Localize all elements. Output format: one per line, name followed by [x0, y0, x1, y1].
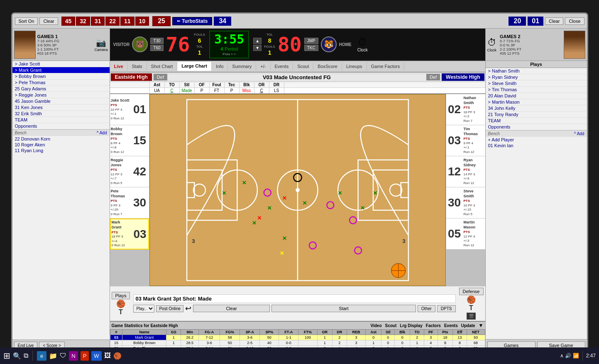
right-score-01: 01: [528, 17, 543, 26]
player-pele-thomas[interactable]: > Pele Thomas: [12, 80, 110, 86]
stat-values-row: UA C Made P FT P Miss C LS: [110, 88, 485, 94]
turbostats-button[interactable]: ⇐ TurboStats: [172, 17, 212, 25]
right-player-alan-david[interactable]: 20 Alan David: [486, 93, 587, 99]
player-team-east[interactable]: TEAM: [12, 117, 110, 123]
dpts-button[interactable]: DPTS: [437, 305, 456, 312]
right-player-john-kelly[interactable]: 34 John Kelly: [486, 105, 587, 112]
games1-stats1: 7-16 44% FG: [37, 39, 60, 43]
player-reggie-jones[interactable]: > Reggie Jones: [12, 92, 110, 98]
stats-row-03: 03 Mark Grant 1 26.2 7-12 58 3-6 50 1-1: [110, 335, 485, 340]
clock-button[interactable]: ⏱ Clock: [357, 37, 368, 52]
shield-taskbar-button[interactable]: 🛡: [60, 352, 66, 359]
player-opponents-east[interactable]: Opponents: [12, 123, 110, 129]
photos-taskbar-button[interactable]: 🖼: [104, 352, 111, 359]
player-ken-jones[interactable]: 31 Ken Jones: [12, 104, 110, 111]
edge-taskbar-button[interactable]: e: [37, 351, 46, 361]
tab-game-factors[interactable]: Game Factors: [367, 62, 405, 70]
tab-scout[interactable]: Scout: [293, 62, 313, 70]
right-player-martin-mason[interactable]: > Martin Mason: [486, 99, 587, 105]
ppt-taskbar-button[interactable]: P: [81, 351, 89, 361]
scroll-down-icon[interactable]: ▼: [479, 323, 484, 328]
visitor-label: VISITOR: [113, 42, 130, 47]
player-erik-smith[interactable]: 32 Erik Smith: [12, 111, 110, 117]
east-team-label: Eastside High: [111, 73, 152, 81]
home-logo[interactable]: 🐯: [321, 36, 337, 52]
player-gary-adams[interactable]: 25 Gary Adams: [12, 86, 110, 92]
plays-east-button[interactable]: Plays: [112, 292, 130, 299]
home-score-toolbar: 34: [214, 17, 231, 26]
add-bench-east[interactable]: ^ Add: [97, 131, 107, 135]
play-log-center: 03 Mark Grant 3pt Shot: Made Play.. Post…: [133, 294, 455, 313]
tab-live[interactable]: Live: [110, 62, 128, 70]
video-label: Video: [370, 323, 381, 328]
right-player-opponents-west[interactable]: Opponents: [486, 124, 587, 130]
tab-stats[interactable]: Stats: [128, 62, 147, 70]
player-mark-grant-selected[interactable]: > Mark Grant: [12, 67, 110, 73]
play-buttons: Play.. Post Online ↩ Clear Start Other D…: [133, 304, 455, 313]
undo-icon[interactable]: ↩: [185, 304, 191, 313]
clear1-button[interactable]: Clear: [39, 17, 58, 25]
player-jake-scott[interactable]: > Jake Scott: [12, 61, 110, 67]
period-down-button[interactable]: ▼: [253, 45, 262, 51]
jmp-button[interactable]: JMP: [304, 38, 318, 44]
player-bobby-brown[interactable]: > Bobby Brown: [12, 73, 110, 80]
onenote-taskbar-button[interactable]: N: [69, 351, 78, 361]
player-roger-aken[interactable]: 10 Roger Aken: [12, 142, 110, 148]
tab-events[interactable]: Events: [271, 62, 293, 70]
player-jason-gamble[interactable]: 45 Jason Gamble: [12, 98, 110, 104]
camera-button[interactable]: 📷 Camera: [94, 38, 108, 52]
tkc-button[interactable]: TKC: [304, 45, 318, 51]
visitor-logo[interactable]: 🐻: [132, 36, 148, 52]
basketball-taskbar-button[interactable]: 🏀: [113, 352, 122, 360]
folder-taskbar-button[interactable]: 📁: [49, 352, 57, 360]
tab-info[interactable]: Info: [212, 62, 228, 70]
defense-button[interactable]: Defense: [459, 288, 484, 295]
def-badge-east: Def: [154, 74, 167, 80]
right-player-team-west[interactable]: TEAM: [486, 118, 587, 124]
other-button[interactable]: Other: [418, 305, 435, 312]
stat-val-ft: FT: [210, 88, 225, 93]
windows-start-button[interactable]: ⊞: [3, 351, 10, 361]
player-donovan-korn[interactable]: 22 Donovan Korn: [12, 136, 110, 142]
post-online-button[interactable]: Post Online: [156, 305, 183, 312]
period-up-button[interactable]: ▲: [253, 38, 262, 44]
right-kevin-ian[interactable]: 01 Kevin Ian: [486, 143, 587, 148]
play-dropdown[interactable]: Play..: [133, 305, 154, 313]
right-player-ryan-sidney[interactable]: > Ryan Sidney: [486, 74, 587, 80]
clock-button-right[interactable]: ⏱ Clock: [487, 37, 497, 52]
clear2-button[interactable]: Clear: [545, 17, 563, 25]
tab-plusminus[interactable]: +/-: [256, 62, 270, 70]
film-button[interactable]: 🎬: [467, 313, 476, 320]
search-taskbar-button[interactable]: 🔍: [13, 352, 21, 360]
task-view-button[interactable]: ⧉: [24, 352, 28, 359]
right-player-nathan-smith[interactable]: > Nathan Smith: [486, 68, 587, 74]
stat-header-stl: Stl: [180, 82, 195, 87]
tab-shot-chart[interactable]: Shot Chart: [147, 62, 178, 70]
t60-button[interactable]: T60: [150, 45, 163, 51]
west-players-column: 02 Nathan Smith PTS 18 PF 3 +/-2 Run 7: [446, 94, 485, 286]
update-label: Update: [461, 323, 475, 328]
right-player-steve-smith[interactable]: > Steve Smith: [486, 80, 587, 87]
stat-val-p: P: [195, 88, 210, 93]
sort-on-button[interactable]: Sort On: [15, 17, 38, 25]
svg-text:×: ×: [282, 194, 286, 202]
t30-button[interactable]: T30: [150, 38, 163, 44]
tab-summary[interactable]: Summary: [228, 62, 256, 70]
word-taskbar-button[interactable]: W: [91, 351, 101, 361]
start-button[interactable]: Start: [271, 305, 416, 312]
right-player-tim-thomas[interactable]: > Tim Thomas: [486, 87, 587, 93]
score-45: 45: [61, 17, 76, 26]
period-label: Period: [225, 46, 238, 51]
clear-play-button[interactable]: Clear: [193, 305, 270, 312]
right-add-player[interactable]: + Add Player: [486, 137, 587, 143]
add-bench-west[interactable]: ^ Add: [574, 131, 584, 136]
tab-lineups[interactable]: Lineups: [342, 62, 367, 70]
plays-button-east: Plays 🏀 T: [112, 292, 130, 316]
right-player-tony-randy[interactable]: 21 Tony Randy: [486, 112, 587, 118]
player-ryan-long[interactable]: 11 Ryan Long: [12, 148, 110, 153]
tab-boxscore[interactable]: BoxScore: [313, 62, 342, 70]
stats-table-header: Game Statistics for Eastside High Video …: [110, 322, 485, 329]
close-button[interactable]: Close: [565, 17, 584, 25]
games2-label: GAMES 2: [500, 34, 521, 39]
tab-large-chart[interactable]: Large Chart: [177, 62, 212, 71]
